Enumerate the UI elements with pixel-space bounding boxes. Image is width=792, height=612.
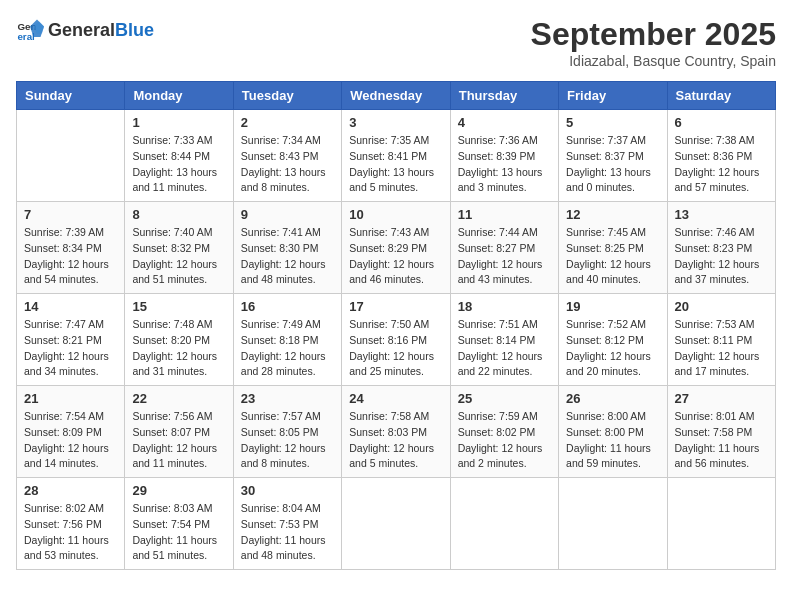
calendar-cell: 3Sunrise: 7:35 AMSunset: 8:41 PMDaylight… (342, 110, 450, 202)
day-info: Sunrise: 7:54 AMSunset: 8:09 PMDaylight:… (24, 409, 117, 472)
day-info: Sunrise: 7:50 AMSunset: 8:16 PMDaylight:… (349, 317, 442, 380)
day-number: 27 (675, 391, 768, 406)
calendar-cell: 24Sunrise: 7:58 AMSunset: 8:03 PMDayligh… (342, 386, 450, 478)
day-info: Sunrise: 7:52 AMSunset: 8:12 PMDaylight:… (566, 317, 659, 380)
calendar-cell: 12Sunrise: 7:45 AMSunset: 8:25 PMDayligh… (559, 202, 667, 294)
calendar-table: SundayMondayTuesdayWednesdayThursdayFrid… (16, 81, 776, 570)
logo-text: GeneralBlue (48, 20, 154, 41)
day-number: 15 (132, 299, 225, 314)
calendar-cell: 2Sunrise: 7:34 AMSunset: 8:43 PMDaylight… (233, 110, 341, 202)
day-number: 3 (349, 115, 442, 130)
title-area: September 2025 Idiazabal, Basque Country… (531, 16, 776, 69)
calendar-cell: 7Sunrise: 7:39 AMSunset: 8:34 PMDaylight… (17, 202, 125, 294)
day-number: 18 (458, 299, 551, 314)
day-info: Sunrise: 7:47 AMSunset: 8:21 PMDaylight:… (24, 317, 117, 380)
day-number: 12 (566, 207, 659, 222)
day-number: 4 (458, 115, 551, 130)
calendar-cell: 23Sunrise: 7:57 AMSunset: 8:05 PMDayligh… (233, 386, 341, 478)
calendar-cell (450, 478, 558, 570)
day-number: 28 (24, 483, 117, 498)
logo: Gen eral GeneralBlue (16, 16, 154, 44)
calendar-cell: 14Sunrise: 7:47 AMSunset: 8:21 PMDayligh… (17, 294, 125, 386)
calendar-cell: 27Sunrise: 8:01 AMSunset: 7:58 PMDayligh… (667, 386, 775, 478)
calendar-cell: 11Sunrise: 7:44 AMSunset: 8:27 PMDayligh… (450, 202, 558, 294)
day-info: Sunrise: 7:40 AMSunset: 8:32 PMDaylight:… (132, 225, 225, 288)
calendar-cell: 9Sunrise: 7:41 AMSunset: 8:30 PMDaylight… (233, 202, 341, 294)
logo-general: General (48, 20, 115, 40)
day-number: 30 (241, 483, 334, 498)
weekday-header-monday: Monday (125, 82, 233, 110)
day-number: 29 (132, 483, 225, 498)
day-info: Sunrise: 7:38 AMSunset: 8:36 PMDaylight:… (675, 133, 768, 196)
day-info: Sunrise: 7:56 AMSunset: 8:07 PMDaylight:… (132, 409, 225, 472)
day-info: Sunrise: 7:34 AMSunset: 8:43 PMDaylight:… (241, 133, 334, 196)
day-number: 25 (458, 391, 551, 406)
day-number: 2 (241, 115, 334, 130)
day-number: 22 (132, 391, 225, 406)
calendar-cell: 19Sunrise: 7:52 AMSunset: 8:12 PMDayligh… (559, 294, 667, 386)
day-info: Sunrise: 7:44 AMSunset: 8:27 PMDaylight:… (458, 225, 551, 288)
day-number: 13 (675, 207, 768, 222)
day-number: 26 (566, 391, 659, 406)
day-info: Sunrise: 8:00 AMSunset: 8:00 PMDaylight:… (566, 409, 659, 472)
day-number: 9 (241, 207, 334, 222)
day-info: Sunrise: 7:58 AMSunset: 8:03 PMDaylight:… (349, 409, 442, 472)
calendar-cell: 13Sunrise: 7:46 AMSunset: 8:23 PMDayligh… (667, 202, 775, 294)
weekday-header-wednesday: Wednesday (342, 82, 450, 110)
calendar-cell: 15Sunrise: 7:48 AMSunset: 8:20 PMDayligh… (125, 294, 233, 386)
calendar-week-1: 1Sunrise: 7:33 AMSunset: 8:44 PMDaylight… (17, 110, 776, 202)
logo-blue: Blue (115, 20, 154, 40)
calendar-cell: 21Sunrise: 7:54 AMSunset: 8:09 PMDayligh… (17, 386, 125, 478)
calendar-cell: 25Sunrise: 7:59 AMSunset: 8:02 PMDayligh… (450, 386, 558, 478)
calendar-cell: 8Sunrise: 7:40 AMSunset: 8:32 PMDaylight… (125, 202, 233, 294)
day-number: 8 (132, 207, 225, 222)
day-info: Sunrise: 7:53 AMSunset: 8:11 PMDaylight:… (675, 317, 768, 380)
calendar-cell (342, 478, 450, 570)
day-info: Sunrise: 7:49 AMSunset: 8:18 PMDaylight:… (241, 317, 334, 380)
weekday-header-saturday: Saturday (667, 82, 775, 110)
calendar-cell: 10Sunrise: 7:43 AMSunset: 8:29 PMDayligh… (342, 202, 450, 294)
calendar-header-row: SundayMondayTuesdayWednesdayThursdayFrid… (17, 82, 776, 110)
day-info: Sunrise: 7:48 AMSunset: 8:20 PMDaylight:… (132, 317, 225, 380)
calendar-cell: 28Sunrise: 8:02 AMSunset: 7:56 PMDayligh… (17, 478, 125, 570)
month-title: September 2025 (531, 16, 776, 53)
day-info: Sunrise: 8:03 AMSunset: 7:54 PMDaylight:… (132, 501, 225, 564)
weekday-header-friday: Friday (559, 82, 667, 110)
day-info: Sunrise: 7:59 AMSunset: 8:02 PMDaylight:… (458, 409, 551, 472)
day-number: 10 (349, 207, 442, 222)
calendar-cell: 22Sunrise: 7:56 AMSunset: 8:07 PMDayligh… (125, 386, 233, 478)
day-info: Sunrise: 7:43 AMSunset: 8:29 PMDaylight:… (349, 225, 442, 288)
day-info: Sunrise: 7:37 AMSunset: 8:37 PMDaylight:… (566, 133, 659, 196)
day-info: Sunrise: 7:41 AMSunset: 8:30 PMDaylight:… (241, 225, 334, 288)
calendar-cell (17, 110, 125, 202)
calendar-cell: 26Sunrise: 8:00 AMSunset: 8:00 PMDayligh… (559, 386, 667, 478)
day-number: 7 (24, 207, 117, 222)
calendar-week-4: 21Sunrise: 7:54 AMSunset: 8:09 PMDayligh… (17, 386, 776, 478)
calendar-cell (667, 478, 775, 570)
calendar-week-5: 28Sunrise: 8:02 AMSunset: 7:56 PMDayligh… (17, 478, 776, 570)
day-number: 20 (675, 299, 768, 314)
location-title: Idiazabal, Basque Country, Spain (531, 53, 776, 69)
calendar-cell: 29Sunrise: 8:03 AMSunset: 7:54 PMDayligh… (125, 478, 233, 570)
calendar-cell: 17Sunrise: 7:50 AMSunset: 8:16 PMDayligh… (342, 294, 450, 386)
day-number: 16 (241, 299, 334, 314)
calendar-cell: 5Sunrise: 7:37 AMSunset: 8:37 PMDaylight… (559, 110, 667, 202)
day-info: Sunrise: 7:45 AMSunset: 8:25 PMDaylight:… (566, 225, 659, 288)
calendar-cell: 4Sunrise: 7:36 AMSunset: 8:39 PMDaylight… (450, 110, 558, 202)
calendar-cell: 18Sunrise: 7:51 AMSunset: 8:14 PMDayligh… (450, 294, 558, 386)
calendar-week-2: 7Sunrise: 7:39 AMSunset: 8:34 PMDaylight… (17, 202, 776, 294)
day-number: 14 (24, 299, 117, 314)
day-number: 23 (241, 391, 334, 406)
day-number: 21 (24, 391, 117, 406)
day-number: 1 (132, 115, 225, 130)
calendar-cell: 16Sunrise: 7:49 AMSunset: 8:18 PMDayligh… (233, 294, 341, 386)
day-number: 5 (566, 115, 659, 130)
calendar-cell: 30Sunrise: 8:04 AMSunset: 7:53 PMDayligh… (233, 478, 341, 570)
logo-icon: Gen eral (16, 16, 44, 44)
weekday-header-thursday: Thursday (450, 82, 558, 110)
day-number: 24 (349, 391, 442, 406)
weekday-header-sunday: Sunday (17, 82, 125, 110)
day-info: Sunrise: 7:39 AMSunset: 8:34 PMDaylight:… (24, 225, 117, 288)
page-header: Gen eral GeneralBlue September 2025 Idia… (16, 16, 776, 69)
day-info: Sunrise: 7:33 AMSunset: 8:44 PMDaylight:… (132, 133, 225, 196)
